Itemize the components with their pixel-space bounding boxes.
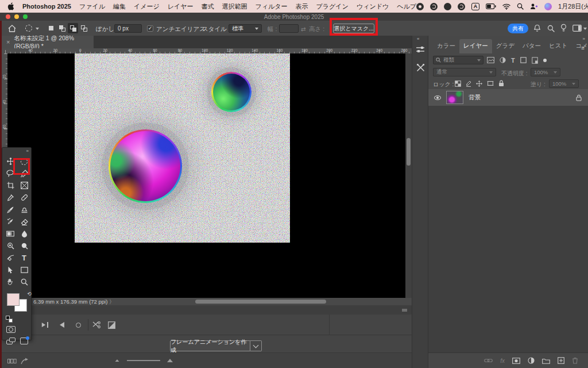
horizontal-scrollbar-thumb[interactable] <box>195 300 326 304</box>
filter-toggle-icon[interactable] <box>543 59 547 62</box>
brush-tool[interactable] <box>3 204 17 216</box>
style-select[interactable]: 標準 <box>229 24 262 33</box>
transition-icon[interactable] <box>106 320 117 329</box>
delete-layer-trash-icon[interactable] <box>572 357 578 364</box>
eyedropper-tool[interactable] <box>3 191 17 204</box>
search-icon[interactable] <box>547 25 555 32</box>
add-selection-mode-button[interactable] <box>57 23 67 33</box>
hand-tool[interactable] <box>3 276 17 288</box>
screen-mode-button[interactable] <box>6 338 16 344</box>
subtract-selection-mode-button[interactable] <box>68 23 78 33</box>
panel-tab[interactable]: カラー <box>433 39 459 53</box>
filter-pixel-layers-icon[interactable] <box>487 57 494 63</box>
burn-tool[interactable] <box>17 240 31 252</box>
path-selection-tool[interactable] <box>3 264 17 276</box>
status-app-icon[interactable] <box>430 3 438 10</box>
lock-transparent-icon[interactable] <box>455 80 461 87</box>
crop-tool[interactable] <box>3 179 17 191</box>
toolbar-collapse-icon[interactable]: » <box>26 148 28 154</box>
lock-artboard-icon[interactable] <box>487 80 494 86</box>
lock-all-icon[interactable] <box>498 80 504 87</box>
input-source-icon[interactable]: A <box>471 3 479 10</box>
tool-preset-ellipse-icon[interactable] <box>25 25 32 32</box>
panel-tab[interactable]: パター <box>519 39 545 53</box>
blur-tool[interactable] <box>17 228 31 240</box>
add-mask-icon[interactable] <box>512 358 520 364</box>
menu-item[interactable]: レイヤー <box>168 2 194 11</box>
vertical-scrollbar[interactable] <box>405 53 412 298</box>
siri-icon[interactable] <box>544 3 552 10</box>
apple-logo-icon[interactable] <box>7 2 14 10</box>
layer-lock-icon[interactable] <box>576 94 582 101</box>
menu-clock[interactable]: 1月28日(火) 12:52 <box>558 2 588 11</box>
filter-adjustment-layers-icon[interactable] <box>500 57 506 63</box>
width-input[interactable] <box>279 24 299 33</box>
sync-status-icon[interactable] <box>20 338 28 344</box>
pen-tool[interactable] <box>3 252 17 264</box>
menu-item[interactable]: 編集 <box>113 2 126 11</box>
swap-colors-icon[interactable]: ⟲ <box>27 291 32 297</box>
antialias-checkbox[interactable]: ✓ <box>147 25 153 32</box>
spotlight-search-icon[interactable] <box>517 3 524 10</box>
intersect-selection-mode-button[interactable] <box>79 23 89 33</box>
share-button[interactable]: 共有 <box>508 24 528 33</box>
menu-item[interactable]: 書式 <box>202 2 214 11</box>
expand-panels-icon[interactable]: « <box>417 36 419 41</box>
filter-smart-objects-icon[interactable] <box>532 57 538 64</box>
new-layer-icon[interactable] <box>558 357 564 364</box>
dodge-tool[interactable] <box>3 240 17 252</box>
menu-item[interactable]: イメージ <box>134 2 160 11</box>
flatten-frames-icon[interactable] <box>21 358 29 365</box>
history-brush-tool[interactable] <box>3 216 17 228</box>
layer-row-background[interactable]: 背景 <box>428 89 588 106</box>
tool-preset-caret-icon[interactable] <box>36 28 39 30</box>
lock-paint-icon[interactable] <box>466 80 471 87</box>
zoom-slider[interactable] <box>127 360 160 361</box>
panel-tab[interactable]: グラデ <box>492 39 519 53</box>
tools-panel-icon[interactable] <box>413 60 427 74</box>
foreground-color-swatch[interactable] <box>7 293 20 306</box>
feather-input[interactable]: 0 px <box>114 24 142 33</box>
vertical-scrollbar-thumb[interactable] <box>407 138 411 166</box>
filter-shape-layers-icon[interactable] <box>520 57 527 63</box>
previous-frame-icon[interactable] <box>57 320 67 329</box>
home-icon[interactable] <box>8 25 16 32</box>
tab-close-icon[interactable]: × <box>6 39 10 45</box>
shape-tool[interactable] <box>17 264 31 276</box>
panel-tab[interactable]: ヒスト <box>545 39 571 53</box>
horizontal-ruler[interactable]: 4020020406080100120140160180200220240260 <box>2 48 412 53</box>
healing-brush-tool[interactable] <box>17 191 31 204</box>
next-frame-icon[interactable] <box>40 320 50 329</box>
fill-select[interactable]: 100% <box>549 79 579 88</box>
wifi-icon[interactable] <box>502 3 510 10</box>
zoom-tool[interactable] <box>17 276 31 288</box>
menu-item[interactable]: ヘルプ <box>397 2 416 11</box>
layer-visibility-eye-icon[interactable] <box>434 95 441 100</box>
new-group-folder-icon[interactable] <box>542 358 550 364</box>
menu-item[interactable]: 選択範囲 <box>222 2 247 11</box>
type-tool[interactable]: T <box>17 252 31 264</box>
screen-record-icon[interactable] <box>416 3 424 10</box>
line-app-icon[interactable] <box>444 3 451 10</box>
create-frame-animation-button[interactable]: フレームアニメーションを作成 <box>170 340 250 351</box>
menu-item[interactable]: フィルター <box>256 2 288 11</box>
eraser-tool[interactable] <box>17 216 31 228</box>
workspace-switcher-icon[interactable] <box>572 25 582 32</box>
opacity-select[interactable]: 100% <box>531 68 560 76</box>
filter-type-layers-icon[interactable]: T <box>511 57 515 64</box>
link-layers-icon[interactable] <box>484 358 493 363</box>
user-switch-icon[interactable] <box>530 3 538 10</box>
panel-menu-icon[interactable]: ≡ <box>581 45 585 51</box>
menu-item[interactable]: ファイル <box>79 2 105 11</box>
document-tab[interactable]: × 名称未設定 1 @ 208% (RGB/8#) * <box>2 36 94 48</box>
frame-animation-dropdown[interactable] <box>250 340 262 351</box>
frame-tool[interactable] <box>17 179 31 191</box>
timeline-settings-icon[interactable] <box>73 320 83 329</box>
new-adjustment-layer-icon[interactable] <box>528 357 535 364</box>
discover-lightbulb-icon[interactable] <box>560 24 567 32</box>
frames-view-icon[interactable] <box>7 359 17 363</box>
menu-app-name[interactable]: Photoshop 2025 <box>22 3 71 10</box>
messenger-app-icon[interactable] <box>458 3 465 10</box>
battery-icon[interactable] <box>486 3 496 9</box>
panel-tab[interactable]: コメン <box>571 39 588 53</box>
